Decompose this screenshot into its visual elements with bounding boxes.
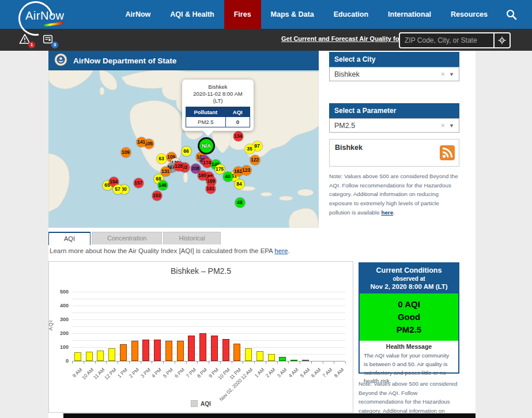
world-aqi-map[interactable]: 10514110963109130N/A53128131681466515430… <box>48 70 319 228</box>
chart-bar-nov-02-2020-12-am[interactable] <box>245 348 252 361</box>
chart-bar-2-am[interactable] <box>268 354 275 361</box>
nav-item-aqi-health[interactable]: AQI & Health <box>160 0 224 29</box>
chart-x-tick <box>288 361 289 364</box>
chart-bar-12-pm[interactable] <box>108 348 115 361</box>
chart-x-tick <box>186 361 187 364</box>
map-marker-selected[interactable]: N/A <box>198 137 215 155</box>
logo-brand-text: AirNow <box>25 9 64 22</box>
chart-bar-4-am[interactable] <box>290 360 297 361</box>
rss-box: Bishkek <box>329 139 459 167</box>
chart-bar-10-pm[interactable] <box>222 339 229 361</box>
map-marker[interactable]: 35 <box>245 144 255 154</box>
chart-bar-9-am[interactable] <box>74 352 81 361</box>
select-city-header: Select a City <box>329 52 459 67</box>
map-marker[interactable]: 153 <box>152 191 162 201</box>
map-marker[interactable]: 131 <box>161 167 171 176</box>
chart-y-tick-label: 500 <box>52 289 69 295</box>
chart-x-tick-label: 3 PM <box>139 367 151 379</box>
parameter-clear-icon[interactable]: × <box>436 121 449 130</box>
map-marker[interactable]: 123 <box>242 165 251 175</box>
chart-bar-1-am[interactable] <box>256 351 263 361</box>
conditions-category: Good <box>360 311 458 323</box>
conditions-note-text: Note: Values above 500 are considered Be… <box>359 381 457 418</box>
conditions-aqi-value: 0 AQI <box>360 298 458 311</box>
chart-bar-5-pm[interactable] <box>165 341 172 361</box>
city-clear-icon[interactable]: × <box>436 70 449 78</box>
sidebar-note-link[interactable]: here <box>381 209 393 216</box>
chart-legend: AQI <box>49 400 353 407</box>
chart-x-tick <box>243 361 243 364</box>
map-marker[interactable]: 157 <box>134 178 144 188</box>
search-icon[interactable] <box>505 9 517 20</box>
nav-item-airnow[interactable]: AirNow <box>116 0 161 29</box>
map-marker[interactable]: 63 <box>157 154 167 164</box>
map-marker[interactable]: 161 <box>206 184 216 194</box>
map-marker[interactable]: 160 <box>198 171 207 180</box>
city-select[interactable]: Bishkek × ▼ <box>329 67 459 81</box>
city-caret-icon[interactable]: ▼ <box>449 71 459 77</box>
chart-x-tick <box>209 361 209 364</box>
chart-gridline <box>72 333 345 334</box>
map-marker[interactable]: 128 <box>174 161 184 171</box>
chart-x-tick-label: 8 AM <box>333 367 345 379</box>
map-marker[interactable]: 146 <box>158 180 168 190</box>
map-marker[interactable]: 174 <box>202 158 212 168</box>
chart-bar-2-pm[interactable] <box>131 341 138 361</box>
chart-x-tick <box>232 361 232 364</box>
map-marker[interactable]: 48 <box>235 198 245 208</box>
map-marker[interactable]: 40 <box>223 172 233 182</box>
chart-x-tick <box>220 361 221 364</box>
locate-button[interactable] <box>493 33 510 47</box>
airnow-logo[interactable]: AirNow <box>16 0 69 35</box>
tab-concentration[interactable]: Concentration <box>92 232 163 244</box>
chart-bar-4-pm[interactable] <box>154 340 161 361</box>
city-select-value: Bishkek <box>330 70 436 78</box>
rss-feed-icon[interactable] <box>440 145 455 163</box>
chart-bar-5-am[interactable] <box>302 360 309 361</box>
aqi-bar-chart: Bishkek – PM2.5 AQI 01002003004005009 AM… <box>48 261 353 413</box>
chart-bar-11-am[interactable] <box>97 351 104 361</box>
nav-item-international[interactable]: International <box>378 0 441 29</box>
conditions-datetime: Nov 2, 2020 8:00 AM (LT) <box>361 283 457 290</box>
nav-item-resources[interactable]: Resources <box>441 0 497 29</box>
news-icon[interactable]: 3 <box>41 33 55 47</box>
conditions-pollutant: PM2.5 <box>360 323 458 336</box>
chart-bar-9-pm[interactable] <box>211 336 218 361</box>
parameter-select[interactable]: PM2.5 × ▼ <box>329 118 459 133</box>
map-marker[interactable]: 141 <box>137 137 146 147</box>
map-marker[interactable]: 175 <box>215 164 225 174</box>
chart-x-tick-label: 7 AM <box>322 367 334 379</box>
zip-search-input[interactable] <box>400 33 493 47</box>
map-marker[interactable]: 122 <box>250 155 260 165</box>
chart-bar-7-pm[interactable] <box>188 336 195 361</box>
learn-more-suffix: . <box>288 247 289 254</box>
map-marker[interactable]: 109 <box>121 148 131 157</box>
nav-item-education[interactable]: Education <box>324 0 378 29</box>
chart-y-tick-label: 0 <box>52 358 69 364</box>
tab-historical[interactable]: Historical <box>163 232 220 244</box>
chart-bar-10-am[interactable] <box>86 352 93 361</box>
map-marker[interactable]: 57 <box>113 184 123 194</box>
nav-item-fires[interactable]: Fires <box>224 0 261 29</box>
map-marker[interactable]: 66 <box>182 146 191 156</box>
learn-more-link[interactable]: here <box>274 247 288 254</box>
chart-bar-3-pm[interactable] <box>142 340 149 361</box>
tab-aqi[interactable]: AQI <box>48 232 90 245</box>
chart-x-tick-label: 5 PM <box>162 367 174 379</box>
tooltip-pollutant-value: PM2.5 <box>186 117 226 127</box>
chart-bar-8-pm[interactable] <box>199 333 206 361</box>
nav-item-maps-data[interactable]: Maps & Data <box>261 0 324 29</box>
chart-bar-11-pm[interactable] <box>233 344 240 361</box>
chart-x-tick <box>300 361 300 364</box>
chart-bar-1-pm[interactable] <box>120 344 127 361</box>
chart-bar-3-am[interactable] <box>279 357 286 361</box>
tooltip-aqi-header: AQI <box>226 107 250 117</box>
map-marker[interactable]: 134 <box>233 131 243 141</box>
map-marker[interactable]: 84 <box>235 179 244 189</box>
chart-x-tick-label: 2 PM <box>128 367 140 379</box>
chart-x-tick <box>84 361 84 364</box>
sidebar: Select a City Bishkek × ▼ Select a Param… <box>329 52 459 217</box>
parameter-caret-icon[interactable]: ▼ <box>449 123 459 129</box>
chart-x-tick <box>175 361 175 364</box>
chart-bar-6-pm[interactable] <box>177 341 184 361</box>
